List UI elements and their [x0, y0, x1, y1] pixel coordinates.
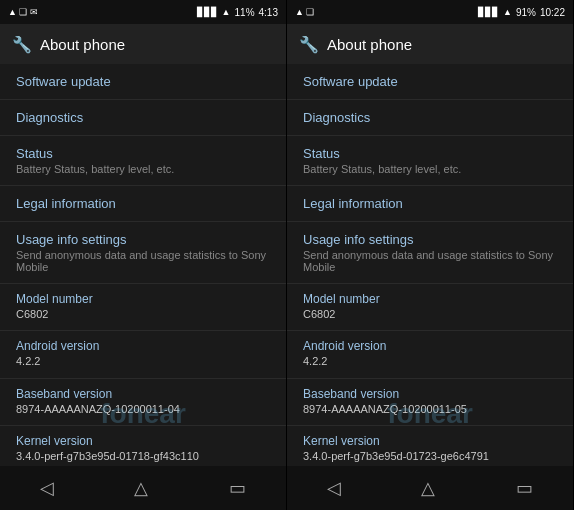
info-item-3: Kernel version 3.4.0-perf-g7b3e95d-01723… — [287, 426, 573, 466]
menu-item-title: Legal information — [303, 196, 557, 211]
info-label: Baseband version — [16, 387, 270, 401]
info-item-1: Android version 4.2.2 — [287, 331, 573, 378]
menu-item-3[interactable]: Legal information — [287, 186, 573, 222]
menu-item-subtitle: Battery Status, battery level, etc. — [16, 163, 270, 175]
menu-item-subtitle: Send anonymous data and usage statistics… — [16, 249, 270, 273]
battery-percent: 11% — [235, 7, 255, 18]
settings-icon: 🔧 — [299, 35, 319, 54]
clock: 10:22 — [540, 7, 565, 18]
title-bar: 🔧 About phone — [0, 24, 286, 64]
signal-bars: ▊▊▊ — [478, 7, 499, 17]
info-item-0: Model number C6802 — [287, 284, 573, 331]
signal-bars: ▊▊▊ — [197, 7, 218, 17]
title-bar: 🔧 About phone — [287, 24, 573, 64]
info-value: 8974-AAAAANAZQ-10200011-04 — [16, 402, 270, 417]
menu-item-0[interactable]: Software update — [0, 64, 286, 100]
menu-item-subtitle: Send anonymous data and usage statistics… — [303, 249, 557, 273]
content-scroll[interactable]: Software updateDiagnosticsStatusBattery … — [0, 64, 286, 466]
info-label: Baseband version — [303, 387, 557, 401]
menu-item-title: Diagnostics — [16, 110, 270, 125]
home-button[interactable]: △ — [134, 477, 148, 499]
info-value: 8974-AAAAANAZQ-10200011-05 — [303, 402, 557, 417]
menu-item-1[interactable]: Diagnostics — [0, 100, 286, 136]
info-label: Android version — [303, 339, 557, 353]
recent-button[interactable]: ▭ — [516, 477, 533, 499]
clock: 4:13 — [259, 7, 278, 18]
menu-item-subtitle: Battery Status, battery level, etc. — [303, 163, 557, 175]
status-bar: ▲ ❑ ▊▊▊ ▲ 91% 10:22 — [287, 0, 573, 24]
content-scroll[interactable]: Software updateDiagnosticsStatusBattery … — [287, 64, 573, 466]
status-right: ▊▊▊ ▲ 11% 4:13 — [197, 7, 278, 18]
info-value: C6802 — [16, 307, 270, 322]
info-item-2: Baseband version 8974-AAAAANAZQ-10200011… — [287, 379, 573, 426]
info-item-2: Baseband version 8974-AAAAANAZQ-10200011… — [0, 379, 286, 426]
menu-item-title: Software update — [303, 74, 557, 89]
menu-item-0[interactable]: Software update — [287, 64, 573, 100]
status-left: ▲ ❑ ✉ — [8, 7, 38, 17]
info-item-1: Android version 4.2.2 — [0, 331, 286, 378]
status-right: ▊▊▊ ▲ 91% 10:22 — [478, 7, 565, 18]
info-label: Android version — [16, 339, 270, 353]
recent-button[interactable]: ▭ — [229, 477, 246, 499]
menu-item-4[interactable]: Usage info settingsSend anonymous data a… — [0, 222, 286, 284]
info-item-0: Model number C6802 — [0, 284, 286, 331]
phone-panel-left: ▲ ❑ ✉ ▊▊▊ ▲ 11% 4:13 🔧 About phone Softw… — [0, 0, 287, 510]
status-left: ▲ ❑ — [295, 7, 314, 17]
info-label: Model number — [16, 292, 270, 306]
status-bar: ▲ ❑ ✉ ▊▊▊ ▲ 11% 4:13 — [0, 0, 286, 24]
wifi-icon: ▲ — [222, 7, 231, 17]
info-label: Kernel version — [303, 434, 557, 448]
nav-bar: ◁ △ ▭ — [0, 466, 286, 510]
nav-bar: ◁ △ ▭ — [287, 466, 573, 510]
menu-item-title: Usage info settings — [303, 232, 557, 247]
page-title: About phone — [327, 36, 412, 53]
wifi-icon: ▲ — [503, 7, 512, 17]
menu-item-title: Legal information — [16, 196, 270, 211]
menu-item-title: Usage info settings — [16, 232, 270, 247]
status-icons: ▲ ❑ ✉ — [8, 7, 38, 17]
info-value: 4.2.2 — [303, 354, 557, 369]
menu-item-2[interactable]: StatusBattery Status, battery level, etc… — [287, 136, 573, 186]
battery-percent: 91% — [516, 7, 536, 18]
menu-item-title: Diagnostics — [303, 110, 557, 125]
menu-item-title: Status — [16, 146, 270, 161]
info-value: 3.4.0-perf-g7b3e95d-01723-ge6c4791 Build… — [303, 449, 557, 466]
menu-item-title: Software update — [16, 74, 270, 89]
status-icons: ▲ ❑ — [295, 7, 314, 17]
info-value: 4.2.2 — [16, 354, 270, 369]
menu-item-1[interactable]: Diagnostics — [287, 100, 573, 136]
menu-item-4[interactable]: Usage info settingsSend anonymous data a… — [287, 222, 573, 284]
page-title: About phone — [40, 36, 125, 53]
settings-icon: 🔧 — [12, 35, 32, 54]
info-label: Kernel version — [16, 434, 270, 448]
menu-item-3[interactable]: Legal information — [0, 186, 286, 222]
back-button[interactable]: ◁ — [40, 477, 54, 499]
info-value: 3.4.0-perf-g7b3e95d-01718-gf43c110 Build… — [16, 449, 270, 466]
info-value: C6802 — [303, 307, 557, 322]
menu-item-title: Status — [303, 146, 557, 161]
home-button[interactable]: △ — [421, 477, 435, 499]
menu-item-2[interactable]: StatusBattery Status, battery level, etc… — [0, 136, 286, 186]
phone-panel-right: ▲ ❑ ▊▊▊ ▲ 91% 10:22 🔧 About phone Softwa… — [287, 0, 574, 510]
info-item-3: Kernel version 3.4.0-perf-g7b3e95d-01718… — [0, 426, 286, 466]
info-label: Model number — [303, 292, 557, 306]
back-button[interactable]: ◁ — [327, 477, 341, 499]
